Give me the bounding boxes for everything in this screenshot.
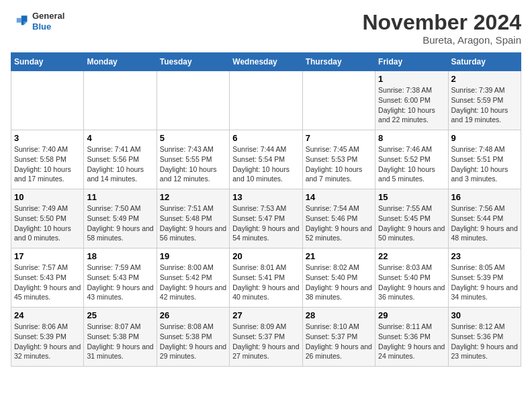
calendar-cell: 16Sunrise: 7:56 AMSunset: 5:44 PMDayligh… <box>448 189 521 248</box>
calendar-cell: 25Sunrise: 8:07 AMSunset: 5:38 PMDayligh… <box>84 308 157 367</box>
day-number: 15 <box>378 192 445 202</box>
day-info: Sunrise: 8:06 AMSunset: 5:39 PMDaylight:… <box>14 322 81 361</box>
day-info: Sunrise: 8:02 AMSunset: 5:40 PMDaylight:… <box>306 263 372 302</box>
day-info: Sunrise: 7:51 AMSunset: 5:48 PMDaylight:… <box>160 203 226 243</box>
calendar-cell: 9Sunrise: 7:48 AMSunset: 5:51 PMDaylight… <box>448 130 521 189</box>
calendar-cell: 11Sunrise: 7:50 AMSunset: 5:49 PMDayligh… <box>84 189 157 248</box>
day-number: 21 <box>306 251 372 261</box>
calendar-week-1: 1Sunrise: 7:38 AMSunset: 6:00 PMDaylight… <box>11 71 521 130</box>
day-info: Sunrise: 8:08 AMSunset: 5:38 PMDaylight:… <box>160 322 226 361</box>
day-number: 16 <box>451 192 518 202</box>
header: General Blue November 2024 Bureta, Arago… <box>11 11 521 46</box>
calendar-cell: 3Sunrise: 7:40 AMSunset: 5:58 PMDaylight… <box>11 130 84 189</box>
day-info: Sunrise: 7:40 AMSunset: 5:58 PMDaylight:… <box>14 144 81 184</box>
weekday-header-monday: Monday <box>84 53 157 71</box>
calendar-cell <box>11 71 84 130</box>
day-number: 19 <box>160 251 226 261</box>
day-number: 30 <box>451 310 518 320</box>
calendar-cell: 15Sunrise: 7:55 AMSunset: 5:45 PMDayligh… <box>375 189 448 248</box>
calendar-cell: 28Sunrise: 8:10 AMSunset: 5:37 PMDayligh… <box>302 308 375 367</box>
day-info: Sunrise: 7:38 AMSunset: 6:00 PMDaylight:… <box>378 85 445 125</box>
day-info: Sunrise: 7:48 AMSunset: 5:51 PMDaylight:… <box>451 144 518 184</box>
day-number: 27 <box>232 310 299 320</box>
day-number: 25 <box>87 310 153 320</box>
calendar-cell: 1Sunrise: 7:38 AMSunset: 6:00 PMDaylight… <box>375 71 448 130</box>
day-number: 14 <box>306 192 372 202</box>
calendar-cell: 24Sunrise: 8:06 AMSunset: 5:39 PMDayligh… <box>11 308 84 367</box>
calendar-cell: 20Sunrise: 8:01 AMSunset: 5:41 PMDayligh… <box>230 248 302 308</box>
day-info: Sunrise: 7:46 AMSunset: 5:52 PMDaylight:… <box>378 144 445 184</box>
day-info: Sunrise: 7:50 AMSunset: 5:49 PMDaylight:… <box>87 203 153 243</box>
calendar-cell: 21Sunrise: 8:02 AMSunset: 5:40 PMDayligh… <box>302 248 375 308</box>
day-info: Sunrise: 7:45 AMSunset: 5:53 PMDaylight:… <box>306 144 372 184</box>
calendar-cell: 8Sunrise: 7:46 AMSunset: 5:52 PMDaylight… <box>375 130 448 189</box>
calendar-cell: 23Sunrise: 8:05 AMSunset: 5:39 PMDayligh… <box>448 248 521 308</box>
day-number: 8 <box>378 133 445 143</box>
day-info: Sunrise: 7:49 AMSunset: 5:50 PMDaylight:… <box>14 203 81 243</box>
logo: General Blue <box>11 11 64 32</box>
calendar-cell: 18Sunrise: 7:59 AMSunset: 5:43 PMDayligh… <box>84 248 157 308</box>
calendar-cell: 4Sunrise: 7:41 AMSunset: 5:56 PMDaylight… <box>84 130 157 189</box>
day-info: Sunrise: 7:44 AMSunset: 5:54 PMDaylight:… <box>232 144 299 184</box>
day-number: 18 <box>87 251 153 261</box>
calendar-cell <box>302 71 375 130</box>
day-number: 1 <box>378 74 445 84</box>
day-number: 2 <box>451 74 518 84</box>
calendar-cell: 13Sunrise: 7:53 AMSunset: 5:47 PMDayligh… <box>230 189 302 248</box>
day-number: 10 <box>14 192 81 202</box>
calendar: SundayMondayTuesdayWednesdayThursdayFrid… <box>11 52 521 367</box>
day-info: Sunrise: 7:57 AMSunset: 5:43 PMDaylight:… <box>14 263 81 302</box>
calendar-cell: 2Sunrise: 7:39 AMSunset: 5:59 PMDaylight… <box>448 71 521 130</box>
calendar-cell: 5Sunrise: 7:43 AMSunset: 5:55 PMDaylight… <box>157 130 229 189</box>
day-number: 4 <box>87 133 153 143</box>
day-info: Sunrise: 7:56 AMSunset: 5:44 PMDaylight:… <box>451 203 518 243</box>
calendar-week-3: 10Sunrise: 7:49 AMSunset: 5:50 PMDayligh… <box>11 189 521 248</box>
day-number: 12 <box>160 192 226 202</box>
day-number: 28 <box>306 310 372 320</box>
weekday-header-wednesday: Wednesday <box>230 53 302 71</box>
day-info: Sunrise: 8:11 AMSunset: 5:36 PMDaylight:… <box>378 322 445 361</box>
calendar-cell: 30Sunrise: 8:12 AMSunset: 5:36 PMDayligh… <box>448 308 521 367</box>
location: Bureta, Aragon, Spain <box>362 34 521 46</box>
day-info: Sunrise: 7:55 AMSunset: 5:45 PMDaylight:… <box>378 203 445 243</box>
weekday-header-sunday: Sunday <box>11 53 84 71</box>
weekday-header-row: SundayMondayTuesdayWednesdayThursdayFrid… <box>11 53 521 71</box>
day-number: 11 <box>87 192 153 202</box>
day-number: 22 <box>378 251 445 261</box>
calendar-cell <box>230 71 302 130</box>
day-number: 7 <box>306 133 372 143</box>
calendar-cell: 17Sunrise: 7:57 AMSunset: 5:43 PMDayligh… <box>11 248 84 308</box>
month-title: November 2024 <box>362 11 521 34</box>
day-info: Sunrise: 8:12 AMSunset: 5:36 PMDaylight:… <box>451 322 518 361</box>
weekday-header-tuesday: Tuesday <box>157 53 229 71</box>
calendar-week-5: 24Sunrise: 8:06 AMSunset: 5:39 PMDayligh… <box>11 308 521 367</box>
day-number: 26 <box>160 310 226 320</box>
calendar-cell: 22Sunrise: 8:03 AMSunset: 5:40 PMDayligh… <box>375 248 448 308</box>
day-info: Sunrise: 7:41 AMSunset: 5:56 PMDaylight:… <box>87 144 153 184</box>
logo-text: General Blue <box>32 11 64 32</box>
day-info: Sunrise: 7:54 AMSunset: 5:46 PMDaylight:… <box>306 203 372 243</box>
day-number: 24 <box>14 310 81 320</box>
calendar-cell: 14Sunrise: 7:54 AMSunset: 5:46 PMDayligh… <box>302 189 375 248</box>
day-number: 13 <box>232 192 299 202</box>
day-info: Sunrise: 8:10 AMSunset: 5:37 PMDaylight:… <box>306 322 372 361</box>
day-info: Sunrise: 7:59 AMSunset: 5:43 PMDaylight:… <box>87 263 153 302</box>
day-info: Sunrise: 8:03 AMSunset: 5:40 PMDaylight:… <box>378 263 445 302</box>
day-info: Sunrise: 8:01 AMSunset: 5:41 PMDaylight:… <box>232 263 299 302</box>
calendar-week-2: 3Sunrise: 7:40 AMSunset: 5:58 PMDaylight… <box>11 130 521 189</box>
calendar-cell <box>84 71 157 130</box>
day-number: 20 <box>232 251 299 261</box>
day-info: Sunrise: 8:07 AMSunset: 5:38 PMDaylight:… <box>87 322 153 361</box>
calendar-cell: 6Sunrise: 7:44 AMSunset: 5:54 PMDaylight… <box>230 130 302 189</box>
day-number: 6 <box>232 133 299 143</box>
calendar-cell: 26Sunrise: 8:08 AMSunset: 5:38 PMDayligh… <box>157 308 229 367</box>
day-number: 5 <box>160 133 226 143</box>
calendar-cell: 19Sunrise: 8:00 AMSunset: 5:42 PMDayligh… <box>157 248 229 308</box>
day-info: Sunrise: 8:00 AMSunset: 5:42 PMDaylight:… <box>160 263 226 302</box>
day-info: Sunrise: 8:05 AMSunset: 5:39 PMDaylight:… <box>451 263 518 302</box>
title-area: November 2024 Bureta, Aragon, Spain <box>362 11 521 46</box>
weekday-header-friday: Friday <box>375 53 448 71</box>
calendar-week-4: 17Sunrise: 7:57 AMSunset: 5:43 PMDayligh… <box>11 248 521 308</box>
day-info: Sunrise: 7:43 AMSunset: 5:55 PMDaylight:… <box>160 144 226 184</box>
calendar-cell <box>157 71 229 130</box>
